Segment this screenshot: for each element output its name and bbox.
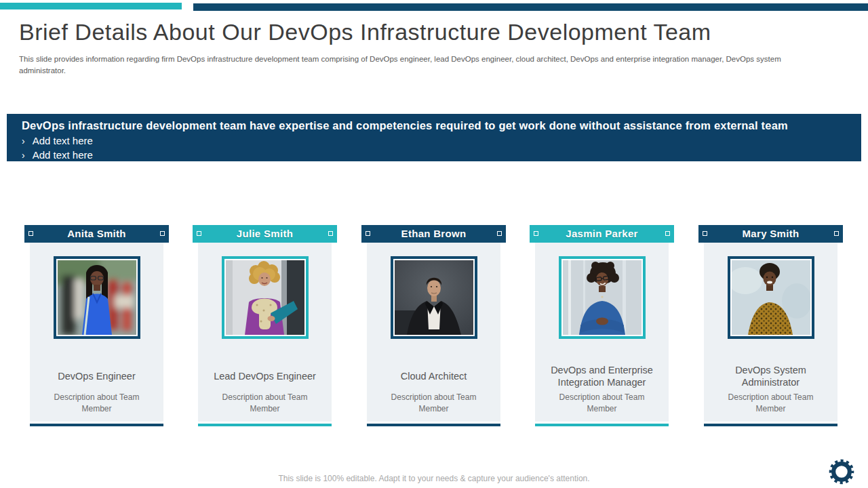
member-photo <box>563 260 642 335</box>
member-photo <box>226 260 304 335</box>
team-member-card: Anita Smith <box>24 225 169 426</box>
member-name-banner: Julie Smith <box>193 225 337 243</box>
member-role: DevOps System Administrator <box>704 364 837 388</box>
handle-square-icon <box>28 231 33 236</box>
handle-square-icon <box>665 231 670 236</box>
card-accent-line <box>704 424 837 426</box>
handle-square-icon <box>197 231 201 236</box>
footer-note: This slide is 100% editable. Adapt it to… <box>0 474 868 483</box>
member-card-body: DevOps Engineer Description about Team M… <box>30 243 163 422</box>
member-name: Mary Smith <box>743 228 800 239</box>
handle-square-icon <box>834 231 839 236</box>
member-name-banner: Anita Smith <box>24 225 169 243</box>
card-accent-line <box>198 424 332 426</box>
top-accent-bar-navy <box>193 3 868 11</box>
card-accent-line <box>30 424 163 426</box>
member-role: DevOps Engineer <box>30 364 163 388</box>
member-card-body: Lead DevOps Engineer Description about T… <box>198 243 332 422</box>
handle-square-icon <box>160 231 165 236</box>
handle-square-icon <box>703 231 707 236</box>
team-member-card: Ethan Brown <box>361 225 506 426</box>
bullet-placeholder-text[interactable]: Add text here <box>33 135 93 146</box>
team-member-card: Julie Smith <box>193 225 337 426</box>
banner-bullet[interactable]: › Add text here <box>22 149 846 161</box>
member-name-banner: Jasmin Parker <box>530 225 674 243</box>
member-photo-frame <box>222 256 309 339</box>
chevron-bullet-icon: › <box>22 150 25 160</box>
member-photo-frame <box>391 256 477 339</box>
member-description: Description about Team Member <box>222 392 308 414</box>
member-photo <box>58 260 136 335</box>
handle-square-icon <box>366 231 370 236</box>
member-card-body: DevOps and Enterprise Integration Manage… <box>535 243 669 422</box>
chevron-bullet-icon: › <box>22 136 25 146</box>
member-photo-frame <box>54 256 140 339</box>
member-card-body: Cloud Architect Description about Team M… <box>367 243 500 422</box>
member-description: Description about Team Member <box>391 392 477 414</box>
expertise-banner: DevOps infrastructure development team h… <box>7 114 861 161</box>
card-accent-line <box>367 424 500 426</box>
member-photo-frame <box>559 256 646 339</box>
slide: Brief Details About Our DevOps Infrastru… <box>0 0 868 488</box>
banner-bullet[interactable]: › Add text here <box>22 135 846 146</box>
handle-square-icon <box>534 231 538 236</box>
member-name: Anita Smith <box>67 228 126 239</box>
member-name-banner: Mary Smith <box>698 225 843 243</box>
member-name: Ethan Brown <box>401 228 467 239</box>
member-role: Lead DevOps Engineer <box>198 364 332 388</box>
card-accent-line <box>535 424 669 426</box>
page-title: Brief Details About Our DevOps Infrastru… <box>19 18 840 46</box>
member-role: Cloud Architect <box>367 364 500 388</box>
slide-subtitle: This slide provides information regardin… <box>19 54 812 76</box>
banner-heading: DevOps infrastructure development team h… <box>22 119 846 132</box>
bullet-placeholder-text[interactable]: Add text here <box>33 149 93 161</box>
member-description: Description about Team Member <box>54 392 140 414</box>
member-name: Julie Smith <box>237 228 293 239</box>
member-name-banner: Ethan Brown <box>361 225 506 243</box>
member-description: Description about Team Member <box>559 392 645 414</box>
handle-square-icon <box>497 231 502 236</box>
top-accent-bar-teal <box>0 3 182 9</box>
member-photo-frame <box>728 256 814 339</box>
member-card-body: DevOps System Administrator Description … <box>704 243 837 422</box>
member-photo <box>395 260 473 335</box>
member-name: Jasmin Parker <box>566 228 637 239</box>
member-description: Description about Team Member <box>728 392 814 414</box>
handle-square-icon <box>328 231 333 236</box>
gear-icon <box>829 459 854 485</box>
member-role: DevOps and Enterprise Integration Manage… <box>535 364 669 388</box>
team-member-card: Mary Smith <box>698 225 843 426</box>
member-photo <box>732 260 810 335</box>
team-member-card: Jasmin Parker <box>530 225 674 426</box>
